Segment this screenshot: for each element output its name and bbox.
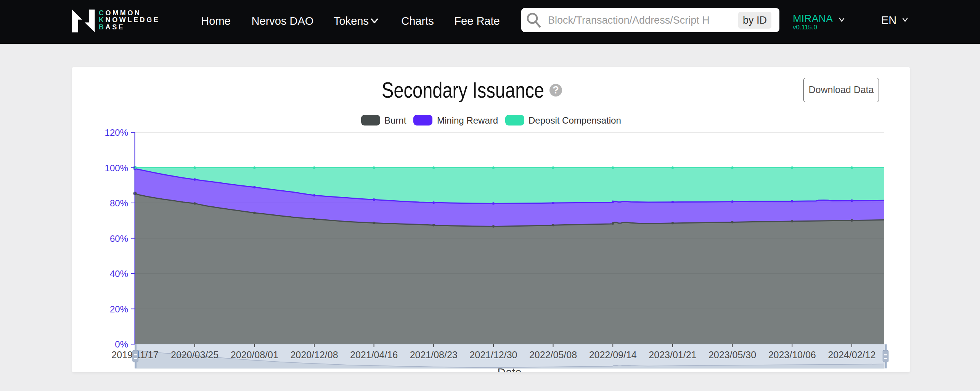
- svg-text:2022/05/08: 2022/05/08: [529, 349, 577, 360]
- svg-text:2023/01/21: 2023/01/21: [649, 349, 696, 360]
- svg-text:Date: Date: [497, 366, 521, 372]
- svg-text:100%: 100%: [105, 163, 128, 173]
- svg-text:2024/02/12: 2024/02/12: [828, 349, 876, 360]
- svg-text:2022/09/14: 2022/09/14: [589, 349, 637, 360]
- svg-text:20%: 20%: [110, 304, 128, 314]
- svg-text:2020/08/01: 2020/08/01: [231, 349, 278, 360]
- svg-text:40%: 40%: [110, 269, 128, 279]
- svg-text:2023/05/30: 2023/05/30: [708, 349, 756, 360]
- svg-text:80%: 80%: [110, 198, 128, 208]
- svg-text:60%: 60%: [110, 233, 128, 244]
- svg-text:2023/10/06: 2023/10/06: [768, 349, 816, 360]
- svg-text:2021/04/16: 2021/04/16: [350, 349, 398, 360]
- svg-text:2021/12/30: 2021/12/30: [469, 349, 517, 360]
- svg-text:2021/08/23: 2021/08/23: [410, 349, 458, 360]
- svg-text:2020/12/08: 2020/12/08: [290, 349, 338, 360]
- svg-text:120%: 120%: [105, 127, 128, 138]
- svg-text:0%: 0%: [115, 339, 128, 349]
- svg-text:2020/03/25: 2020/03/25: [171, 349, 218, 360]
